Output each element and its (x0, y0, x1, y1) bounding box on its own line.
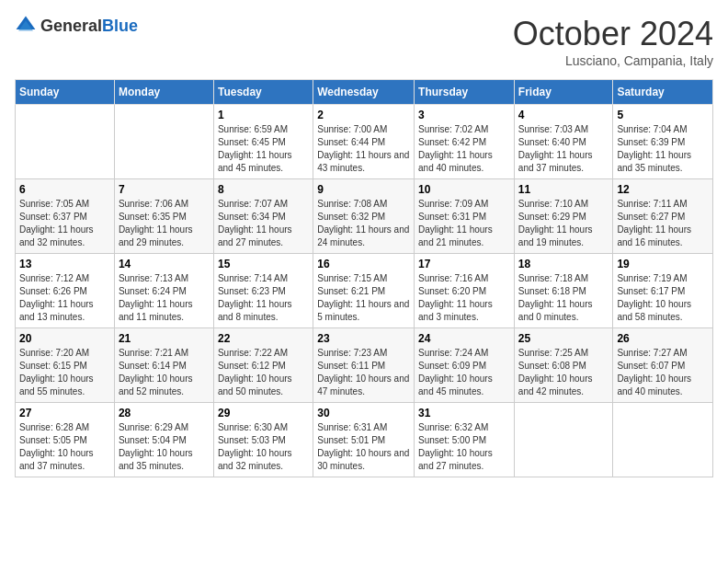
day-number: 29 (218, 407, 309, 419)
calendar-cell: 19Sunrise: 7:19 AMSunset: 6:17 PMDayligh… (613, 254, 713, 328)
day-number: 4 (518, 109, 609, 121)
calendar-cell: 18Sunrise: 7:18 AMSunset: 6:18 PMDayligh… (514, 254, 613, 328)
month-title: October 2024 (513, 15, 713, 53)
day-number: 17 (418, 258, 510, 270)
calendar-cell: 16Sunrise: 7:15 AMSunset: 6:21 PMDayligh… (313, 254, 415, 328)
day-detail: Sunrise: 7:12 AMSunset: 6:26 PMDaylight:… (19, 273, 94, 322)
day-number: 3 (418, 109, 510, 121)
day-detail: Sunrise: 7:22 AMSunset: 6:12 PMDaylight:… (218, 348, 292, 396)
calendar-cell (613, 403, 713, 477)
calendar-cell: 9Sunrise: 7:08 AMSunset: 6:32 PMDaylight… (313, 179, 415, 254)
calendar-cell: 25Sunrise: 7:25 AMSunset: 6:08 PMDayligh… (514, 328, 613, 403)
day-detail: Sunrise: 6:32 AMSunset: 5:00 PMDaylight:… (418, 422, 493, 471)
day-number: 28 (119, 407, 210, 419)
day-number: 30 (317, 407, 410, 419)
day-number: 10 (418, 183, 510, 196)
weekday-header-row: SundayMondayTuesdayWednesdayThursdayFrid… (16, 80, 713, 105)
calendar-cell: 17Sunrise: 7:16 AMSunset: 6:20 PMDayligh… (415, 254, 515, 328)
day-number: 8 (218, 183, 309, 196)
calendar-cell (514, 403, 613, 477)
calendar-cell: 27Sunrise: 6:28 AMSunset: 5:05 PMDayligh… (16, 403, 115, 477)
day-detail: Sunrise: 6:59 AMSunset: 6:45 PMDaylight:… (218, 124, 292, 173)
calendar-week-row: 13Sunrise: 7:12 AMSunset: 6:26 PMDayligh… (16, 254, 713, 328)
logo-general: General (40, 17, 102, 35)
day-detail: Sunrise: 7:04 AMSunset: 6:39 PMDaylight:… (617, 124, 691, 173)
day-detail: Sunrise: 7:23 AMSunset: 6:11 PMDaylight:… (317, 348, 409, 396)
day-number: 5 (617, 109, 709, 121)
day-detail: Sunrise: 7:11 AMSunset: 6:27 PMDaylight:… (617, 199, 691, 247)
day-detail: Sunrise: 7:09 AMSunset: 6:31 PMDaylight:… (418, 199, 493, 247)
location-title: Lusciano, Campania, Italy (513, 53, 713, 68)
day-number: 15 (218, 258, 309, 270)
logo-blue: Blue (102, 17, 138, 35)
day-number: 31 (418, 407, 510, 419)
day-number: 2 (317, 109, 410, 121)
day-detail: Sunrise: 7:27 AMSunset: 6:07 PMDaylight:… (617, 348, 691, 396)
day-detail: Sunrise: 7:03 AMSunset: 6:40 PMDaylight:… (518, 124, 593, 173)
day-detail: Sunrise: 7:15 AMSunset: 6:21 PMDaylight:… (317, 273, 409, 322)
calendar-week-row: 20Sunrise: 7:20 AMSunset: 6:15 PMDayligh… (16, 328, 713, 403)
title-block: October 2024 Lusciano, Campania, Italy (513, 15, 713, 68)
calendar-cell: 29Sunrise: 6:30 AMSunset: 5:03 PMDayligh… (213, 403, 313, 477)
day-number: 12 (617, 183, 709, 196)
day-detail: Sunrise: 7:14 AMSunset: 6:23 PMDaylight:… (218, 273, 292, 322)
day-detail: Sunrise: 7:05 AMSunset: 6:37 PMDaylight:… (19, 199, 94, 247)
day-number: 9 (317, 183, 410, 196)
day-detail: Sunrise: 7:08 AMSunset: 6:32 PMDaylight:… (317, 199, 409, 247)
calendar-cell: 24Sunrise: 7:24 AMSunset: 6:09 PMDayligh… (415, 328, 515, 403)
calendar-week-row: 6Sunrise: 7:05 AMSunset: 6:37 PMDaylight… (16, 179, 713, 254)
day-number: 27 (19, 407, 110, 419)
calendar-cell: 7Sunrise: 7:06 AMSunset: 6:35 PMDaylight… (114, 179, 213, 254)
day-number: 21 (119, 332, 210, 345)
day-number: 14 (119, 258, 210, 270)
weekday-header: Tuesday (213, 80, 313, 105)
calendar-cell (114, 105, 213, 179)
logo-icon (15, 15, 37, 37)
day-number: 23 (317, 332, 410, 345)
day-detail: Sunrise: 7:06 AMSunset: 6:35 PMDaylight:… (119, 199, 193, 247)
calendar-cell: 20Sunrise: 7:20 AMSunset: 6:15 PMDayligh… (16, 328, 115, 403)
day-detail: Sunrise: 7:00 AMSunset: 6:44 PMDaylight:… (317, 124, 409, 173)
day-detail: Sunrise: 6:30 AMSunset: 5:03 PMDaylight:… (218, 422, 292, 471)
calendar-cell: 3Sunrise: 7:02 AMSunset: 6:42 PMDaylight… (415, 105, 515, 179)
day-number: 20 (19, 332, 110, 345)
day-number: 7 (119, 183, 210, 196)
calendar-cell: 28Sunrise: 6:29 AMSunset: 5:04 PMDayligh… (114, 403, 213, 477)
day-detail: Sunrise: 7:19 AMSunset: 6:17 PMDaylight:… (617, 273, 691, 322)
day-number: 22 (218, 332, 309, 345)
day-number: 18 (518, 258, 609, 270)
calendar-cell: 14Sunrise: 7:13 AMSunset: 6:24 PMDayligh… (114, 254, 213, 328)
day-detail: Sunrise: 7:16 AMSunset: 6:20 PMDaylight:… (418, 273, 493, 322)
day-detail: Sunrise: 7:10 AMSunset: 6:29 PMDaylight:… (518, 199, 593, 247)
day-number: 13 (19, 258, 110, 270)
calendar-cell: 13Sunrise: 7:12 AMSunset: 6:26 PMDayligh… (16, 254, 115, 328)
calendar-cell: 31Sunrise: 6:32 AMSunset: 5:00 PMDayligh… (415, 403, 515, 477)
weekday-header: Friday (514, 80, 613, 105)
day-detail: Sunrise: 7:02 AMSunset: 6:42 PMDaylight:… (418, 124, 493, 173)
calendar-cell (16, 105, 115, 179)
logo: GeneralBlue (15, 15, 138, 37)
weekday-header: Monday (114, 80, 213, 105)
calendar-cell: 6Sunrise: 7:05 AMSunset: 6:37 PMDaylight… (16, 179, 115, 254)
day-detail: Sunrise: 7:24 AMSunset: 6:09 PMDaylight:… (418, 348, 493, 396)
day-detail: Sunrise: 7:13 AMSunset: 6:24 PMDaylight:… (119, 273, 193, 322)
day-detail: Sunrise: 7:07 AMSunset: 6:34 PMDaylight:… (218, 199, 292, 247)
day-number: 26 (617, 332, 709, 345)
weekday-header: Wednesday (313, 80, 415, 105)
day-detail: Sunrise: 7:21 AMSunset: 6:14 PMDaylight:… (119, 348, 193, 396)
day-detail: Sunrise: 6:29 AMSunset: 5:04 PMDaylight:… (119, 422, 193, 471)
calendar-week-row: 27Sunrise: 6:28 AMSunset: 5:05 PMDayligh… (16, 403, 713, 477)
day-number: 1 (218, 109, 309, 121)
calendar-cell: 30Sunrise: 6:31 AMSunset: 5:01 PMDayligh… (313, 403, 415, 477)
day-number: 6 (19, 183, 110, 196)
calendar-cell: 26Sunrise: 7:27 AMSunset: 6:07 PMDayligh… (613, 328, 713, 403)
day-number: 25 (518, 332, 609, 345)
day-number: 11 (518, 183, 609, 196)
day-detail: Sunrise: 7:20 AMSunset: 6:15 PMDaylight:… (19, 348, 94, 396)
day-number: 16 (317, 258, 410, 270)
day-detail: Sunrise: 6:28 AMSunset: 5:05 PMDaylight:… (19, 422, 94, 471)
calendar-cell: 8Sunrise: 7:07 AMSunset: 6:34 PMDaylight… (213, 179, 313, 254)
day-number: 24 (418, 332, 510, 345)
calendar-cell: 4Sunrise: 7:03 AMSunset: 6:40 PMDaylight… (514, 105, 613, 179)
weekday-header: Thursday (415, 80, 515, 105)
